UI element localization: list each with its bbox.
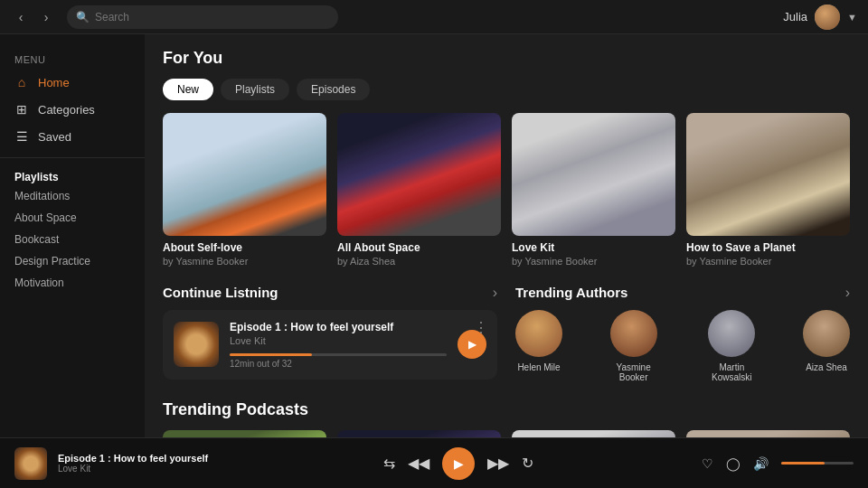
player-episode: Episode 1 : How to feel yourself (58, 453, 208, 464)
volume-fill (781, 462, 825, 465)
continue-title: Continue Listning (163, 285, 278, 300)
trending-thumb-1 (337, 430, 501, 437)
main-layout: Menu ⌂ Home ⊞ Categories ☰ Saved Playlis… (0, 34, 868, 437)
continue-card: Episode 1 : How to feel yourself Love Ki… (163, 310, 497, 380)
author-name-3: Aiza Shea (806, 362, 847, 372)
trending-thumb-0 (163, 430, 326, 437)
author-card-1[interactable]: Yasmine Booker (607, 310, 661, 382)
trending-podcasts-title: Trending Podcasts (163, 400, 850, 419)
search-bar[interactable]: 🔍 (67, 5, 338, 29)
grid-icon: ⊞ (14, 102, 29, 117)
for-you-title: For You (163, 49, 850, 68)
podcast-card-1[interactable]: All About Space by Aiza Shea (337, 113, 501, 267)
trending-card-3[interactable] (686, 430, 850, 437)
sidebar-item-saved[interactable]: ☰ Saved (0, 123, 145, 150)
podcast-card-2[interactable]: Love Kit by Yasmine Booker (512, 113, 675, 267)
author-avatar-3 (803, 310, 850, 357)
chevron-down-icon[interactable]: ▼ (847, 12, 857, 23)
authors-arrow-icon[interactable]: › (845, 285, 850, 301)
podcast-author-3: by Yasmine Booker (686, 256, 850, 267)
back-button[interactable]: ‹ (11, 7, 31, 27)
previous-button[interactable]: ◀◀ (408, 455, 429, 472)
content-area: For You New Playlists Episodes About Sel… (145, 34, 868, 437)
forward-button[interactable]: › (36, 7, 56, 27)
menu-label: Menu (0, 47, 145, 69)
trending-card-1[interactable] (337, 430, 501, 437)
player-right-controls: ♡ ◯ 🔊 (702, 456, 854, 471)
progress-fill (230, 353, 312, 356)
author-avatar-2 (708, 310, 755, 357)
progress-bar (230, 353, 447, 356)
continue-arrow-icon[interactable]: › (493, 285, 497, 301)
sidebar-item-label: Categories (38, 103, 95, 117)
podcast-title-0: About Self-love (163, 241, 326, 254)
podcast-thumb-3 (686, 113, 850, 236)
sidebar-item-label: Home (38, 76, 70, 89)
podcast-title-3: How to Save a Planet (686, 241, 850, 254)
podcast-author-1: by Aiza Shea (337, 256, 501, 267)
authors-grid: Helen Mile Yasmine Booker Martin Kowsals… (515, 310, 850, 382)
trending-thumb-2 (512, 430, 675, 437)
continue-episode: Episode 1 : How to feel yourself (230, 321, 447, 333)
author-name-1: Yasmine Booker (607, 362, 661, 382)
volume-bar[interactable] (781, 462, 854, 465)
tab-episodes[interactable]: Episodes (297, 79, 370, 100)
authors-header: Trending Authors › (515, 285, 850, 301)
bookmark-icon: ☰ (14, 129, 29, 144)
trending-grid (163, 430, 850, 437)
avatar[interactable] (815, 5, 840, 30)
more-options-button[interactable]: ⋮ (474, 319, 488, 336)
trending-authors-section: Trending Authors › Helen Mile Yasmine Bo… (515, 285, 850, 382)
player-controls: ⇆ ◀◀ ▶ ▶▶ ↻ (383, 447, 533, 480)
sidebar-item-categories[interactable]: ⊞ Categories (0, 96, 145, 123)
podcast-card-0[interactable]: About Self-love by Yasmine Booker (163, 113, 326, 267)
top-bar: ‹ › 🔍 Julia ▼ (0, 0, 868, 34)
podcast-thumb-2 (512, 113, 675, 236)
shuffle-button[interactable]: ⇆ (383, 455, 395, 472)
podcast-title-2: Love Kit (512, 241, 675, 254)
filter-tabs: New Playlists Episodes (163, 79, 850, 100)
play-pause-button[interactable]: ▶ (442, 447, 475, 480)
two-col-section: Continue Listning › Episode 1 : How to f… (163, 285, 850, 382)
volume-icon[interactable]: 🔊 (753, 456, 769, 471)
author-card-2[interactable]: Martin Kowsalski (704, 310, 759, 382)
author-name-0: Helen Mile (517, 362, 560, 372)
playlist-item-motivation[interactable]: Motivation (0, 272, 145, 294)
trending-thumb-3 (686, 430, 850, 437)
player-thumb (14, 447, 47, 480)
podcast-title-1: All About Space (337, 241, 501, 254)
playlist-item-meditations[interactable]: Meditations (0, 185, 145, 207)
podcast-thumb-1 (337, 113, 501, 236)
trending-card-0[interactable] (163, 430, 326, 437)
continue-info: Episode 1 : How to feel yourself Love Ki… (230, 321, 447, 369)
bottom-player: Episode 1 : How to feel yourself Love Ki… (0, 437, 868, 488)
continue-podcast: Love Kit (230, 335, 447, 346)
podcast-card-3[interactable]: How to Save a Planet by Yasmine Booker (686, 113, 850, 267)
progress-time: 12min out of 32 (230, 359, 447, 369)
author-avatar-0 (515, 310, 562, 357)
continue-thumb (174, 322, 219, 367)
tab-new[interactable]: New (163, 79, 213, 100)
playlist-item-about-space[interactable]: About Space (0, 207, 145, 229)
author-card-0[interactable]: Helen Mile (515, 310, 562, 382)
playlist-item-design-practice[interactable]: Design Practice (0, 250, 145, 272)
home-icon: ⌂ (14, 75, 29, 89)
sidebar-item-home[interactable]: ⌂ Home (0, 69, 145, 96)
podcast-author-2: by Yasmine Booker (512, 256, 675, 267)
like-button[interactable]: ♡ (702, 456, 713, 471)
tab-playlists[interactable]: Playlists (221, 79, 289, 100)
repeat-button[interactable]: ↻ (522, 455, 533, 472)
trending-card-2[interactable] (512, 430, 675, 437)
playlist-item-bookcast[interactable]: Bookcast (0, 229, 145, 250)
search-input[interactable] (95, 11, 329, 23)
authors-title: Trending Authors (515, 285, 627, 300)
author-avatar-1 (610, 310, 657, 357)
search-icon: 🔍 (76, 11, 90, 23)
author-name-2: Martin Kowsalski (704, 362, 759, 382)
author-card-3[interactable]: Aiza Shea (803, 310, 850, 382)
playlists-title: Playlists (0, 165, 145, 185)
timer-button[interactable]: ◯ (726, 456, 741, 471)
next-button[interactable]: ▶▶ (487, 455, 509, 472)
player-info: Episode 1 : How to feel yourself Love Ki… (58, 453, 208, 474)
nav-arrows: ‹ › (11, 7, 56, 27)
